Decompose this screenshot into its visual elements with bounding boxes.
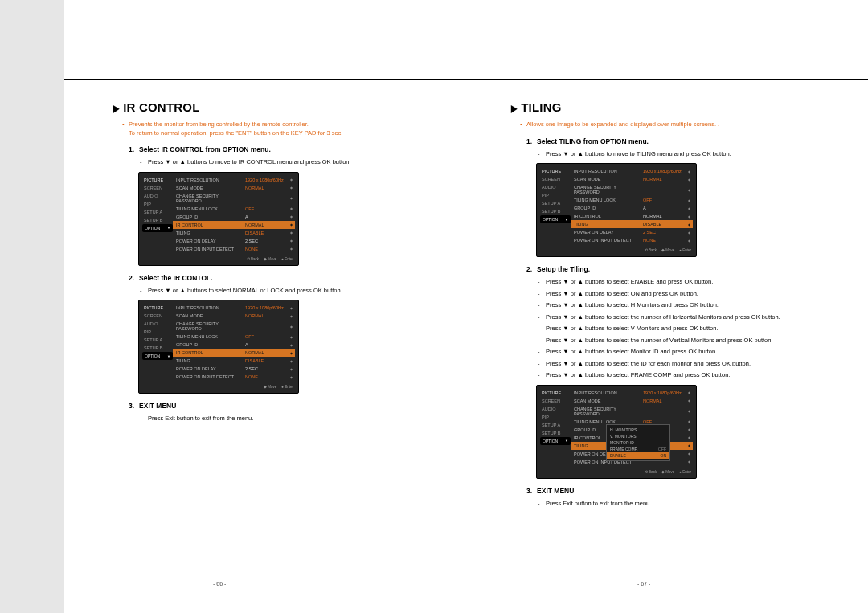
ir-step-3: 3.EXIT MENU Press Exit button to exit fr… bbox=[113, 402, 438, 423]
sidebar-setup-a: SETUP A bbox=[142, 208, 173, 216]
row-input-res: INPUT RESOLUTION1920 x 1080p/60Hz bbox=[173, 176, 295, 184]
tiling-step1-head: 1.Select TILING from OPTION menu. bbox=[526, 137, 836, 145]
ir-warning-note: •Prevents the monitor from being control… bbox=[129, 121, 438, 137]
sidebar-screen: SCREEN bbox=[142, 184, 173, 192]
ir-note-line2: To return to normal operation, press the… bbox=[129, 129, 342, 137]
ir-note-line1: Prevents the monitor from being controll… bbox=[129, 121, 309, 128]
top-rule bbox=[64, 79, 868, 80]
tiling-step3-head: 3.EXIT MENU bbox=[526, 487, 836, 495]
ir-step2-head: 2.Select the IR CONTOL. bbox=[129, 274, 438, 282]
section-title-ir: ▶IR CONTROL bbox=[113, 100, 438, 114]
row-power-delay: POWER ON DELAY2 SEC bbox=[173, 237, 295, 245]
osd-menu-ir1: PICTURE SCREEN AUDIO PIP SETUP A SETUP B… bbox=[138, 172, 299, 266]
tiling-submenu: H. MONITORS V. MONITORS MONITOR ID FRAME… bbox=[606, 424, 670, 461]
section-title-tiling: ▶TILING bbox=[510, 100, 836, 114]
binding-strip bbox=[0, 0, 64, 613]
tiling-note: •Allows one image to be expanded and dis… bbox=[526, 121, 836, 129]
row-group-id: GROUP IDA bbox=[173, 213, 295, 221]
ir-step-2: 2.Select the IR CONTOL. Press ▼ or ▲ but… bbox=[113, 274, 438, 394]
sub-enable: ENABLEON bbox=[607, 452, 669, 459]
row-power-input: POWER ON INPUT DETECTNONE bbox=[173, 245, 295, 253]
ir-step1-head: 1.Select IR CONTROL from OPTION menu. bbox=[129, 145, 438, 153]
row-tiling: TILINGDISABLE bbox=[173, 229, 295, 237]
triangle-icon: ▶ bbox=[511, 103, 517, 114]
sidebar-option: OPTION bbox=[142, 224, 173, 232]
triangle-icon: ▶ bbox=[113, 103, 119, 114]
col-tiling: ▶TILING •Allows one image to be expanded… bbox=[510, 100, 836, 511]
page-number-left: - 66 - bbox=[213, 581, 226, 586]
row-scan-mode: SCAN MODENORMAL bbox=[173, 184, 295, 192]
ir-title-text: IR CONTROL bbox=[123, 100, 199, 114]
content-columns: ▶IR CONTROL •Prevents the monitor from b… bbox=[113, 100, 836, 511]
ir-step3-head: 3.EXIT MENU bbox=[129, 402, 438, 410]
tiling-step-1: 1.Select TILING from OPTION menu. Press … bbox=[510, 137, 836, 258]
row-change-pw: CHANGE SECURITY PASSWORD bbox=[173, 192, 295, 205]
osd-footer: ⟲ Back ◆ Move ● Enter bbox=[142, 256, 295, 262]
row-ir-control: IR CONTROLNORMAL bbox=[173, 221, 295, 229]
tiling-step-3: 3.EXIT MENU Press Exit button to exit fr… bbox=[510, 487, 836, 509]
sub-monitor-id: MONITOR ID bbox=[607, 439, 669, 446]
sidebar-pip: PIP bbox=[142, 200, 173, 208]
col-ir-control: ▶IR CONTROL •Prevents the monitor from b… bbox=[113, 100, 438, 511]
ir-step1-line: Press ▼ or ▲ buttons to move to IR CONTR… bbox=[148, 158, 438, 167]
page: ▶IR CONTROL •Prevents the monitor from b… bbox=[0, 0, 868, 613]
sidebar-setup-b: SETUP B bbox=[142, 216, 173, 224]
ir-step-1: 1.Select IR CONTROL from OPTION menu. Pr… bbox=[113, 145, 438, 266]
sub-v-monitors: V. MONITORS bbox=[607, 433, 669, 439]
tiling-title-text: TILING bbox=[521, 100, 561, 114]
hint-enter: ● Enter bbox=[281, 257, 293, 261]
sidebar-audio: AUDIO bbox=[142, 192, 173, 200]
sub-frame-comp: FRAME COMP.OFF bbox=[607, 446, 669, 452]
ir-step2-line: Press ▼ or ▲ buttons to select NORMAL or… bbox=[148, 287, 438, 296]
ir-step3-line: Press Exit button to exit from the menu. bbox=[148, 415, 438, 423]
hint-back: ⟲ Back bbox=[247, 257, 259, 261]
tiling-step-2: 2.Setup the Tiling. Press ▼ or ▲ buttons… bbox=[510, 265, 836, 479]
hint-move: ◆ Move bbox=[264, 257, 276, 261]
row-tiling-lock: TILING MENU LOCKOFF bbox=[173, 205, 295, 213]
tiling-step3-line: Press Exit button to exit from the menu. bbox=[546, 500, 836, 509]
tiling-step2-head: 2.Setup the Tiling. bbox=[526, 265, 836, 273]
osd-sidebar: PICTURE SCREEN AUDIO PIP SETUP A SETUP B… bbox=[142, 176, 173, 253]
tiling-step1-line: Press ▼ or ▲ buttons to move to TILING m… bbox=[546, 150, 836, 159]
sub-h-monitors: H. MONITORS bbox=[607, 427, 669, 433]
osd-menu-ir2: PICTURE SCREEN AUDIO PIP SETUP A SETUP B… bbox=[138, 300, 299, 394]
osd-menu-tiling2: PICTURE SCREEN AUDIO PIP SETUP A SETUP B… bbox=[536, 385, 697, 479]
osd-body: INPUT RESOLUTION1920 x 1080p/60Hz SCAN M… bbox=[173, 176, 295, 253]
sidebar-picture: PICTURE bbox=[142, 176, 173, 184]
page-number-right: - 67 - bbox=[637, 581, 650, 586]
osd-menu-tiling1: PICTURE SCREEN AUDIO PIP SETUP A SETUP B… bbox=[536, 163, 697, 257]
